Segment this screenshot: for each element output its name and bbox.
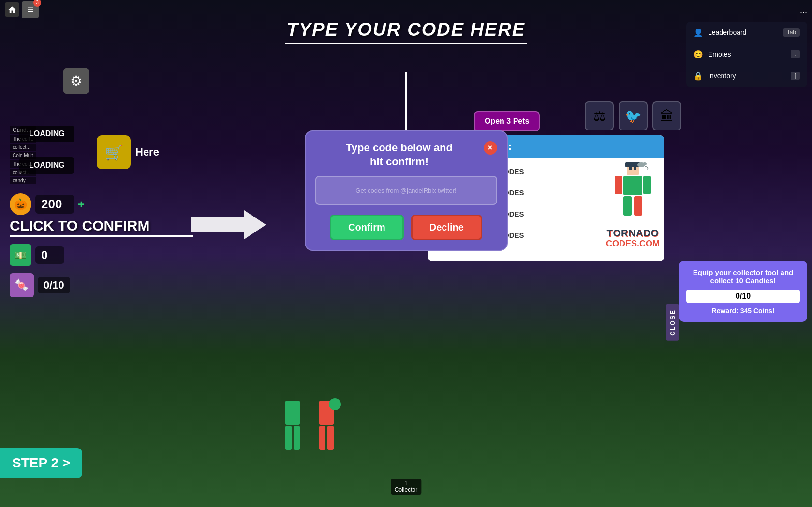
emotes-icon: 😊 <box>694 49 703 59</box>
code-dialog: Type code below and hit confirm! × Get c… <box>305 130 508 251</box>
candy-icon: 🍬 <box>10 273 34 297</box>
emotes-button[interactable]: 😊 Emotes . <box>686 43 807 65</box>
codes-text: CODES.COM <box>606 239 660 249</box>
confirm-button[interactable]: Confirm <box>330 215 404 240</box>
svg-rect-4 <box>615 176 622 194</box>
tornado-text: TORNADO <box>606 228 660 239</box>
svg-rect-17 <box>327 426 334 450</box>
step-2-button[interactable]: STEP 2 > <box>0 448 82 478</box>
more-options-button[interactable]: ... <box>800 5 807 15</box>
decline-button[interactable]: Decline <box>411 215 482 240</box>
code-input-placeholder: Get codes from @jandelRblx twitter! <box>355 187 456 194</box>
code-input-box[interactable]: Get codes from @jandelRblx twitter! <box>315 176 497 205</box>
code-panel: TYPE YOUR CODE HERE <box>285 19 527 44</box>
coin-amount: 200 <box>35 195 74 214</box>
dialog-buttons: Confirm Decline <box>315 215 497 240</box>
quest-description: Equip your collector tool and collect 10… <box>686 268 800 285</box>
dialog-header: Type code below and hit confirm! × <box>315 141 497 169</box>
dialog-title: Type code below and hit confirm! <box>315 141 484 169</box>
loading-bar-2[interactable]: LOADING <box>19 157 74 174</box>
top-bar: 3 ... <box>0 0 812 19</box>
code-underline <box>285 43 527 44</box>
cash-display: 💵 0 <box>10 244 193 266</box>
add-coins-button[interactable]: + <box>78 198 85 211</box>
candy-label6: candy <box>10 177 36 184</box>
cash-icon: 💵 <box>10 244 31 266</box>
leaderboard-icon: 👤 <box>694 28 703 37</box>
loading-bar-1[interactable]: LOADING <box>19 126 74 142</box>
roblox-home-icon[interactable] <box>5 2 19 17</box>
quest-progress: 0/10 <box>686 290 800 303</box>
svg-rect-14 <box>294 426 300 450</box>
svg-rect-3 <box>623 176 642 195</box>
code-title: TYPE YOUR CODE HERE <box>287 19 525 40</box>
right-panel: 👤 Leaderboard Tab 😊 Emotes . 🔒 Inventory… <box>686 22 807 87</box>
svg-rect-12 <box>285 401 300 425</box>
svg-rect-8 <box>629 167 632 170</box>
candy-amount: 0/10 <box>38 277 70 293</box>
svg-rect-16 <box>319 426 325 450</box>
svg-rect-6 <box>623 196 632 216</box>
svg-marker-0 <box>191 210 266 239</box>
character-green <box>281 401 305 459</box>
click-to-confirm-text: CLICK TO CONFIRM <box>10 217 193 234</box>
quest-panel: Equip your collector tool and collect 10… <box>679 261 807 322</box>
close-dialog-button[interactable]: × <box>484 141 497 155</box>
tornado-logo: TORNADO CODES.COM <box>604 225 662 251</box>
here-label: Here <box>135 146 159 159</box>
coin-display: 🎃 200 + <box>10 193 193 215</box>
svg-rect-9 <box>634 167 636 170</box>
shop-area: ⚙ <box>63 68 89 97</box>
open-pets-button[interactable]: Open 3 Pets <box>474 111 540 131</box>
notification-badge: 3 <box>33 0 41 7</box>
big-arrow-right <box>191 208 268 244</box>
inventory-icon: 🔒 <box>694 71 703 81</box>
top-left-icons: 3 <box>5 1 39 18</box>
vertical-line <box>405 72 407 135</box>
settings-button[interactable]: ⚙ <box>63 68 89 94</box>
leaderboard-button[interactable]: 👤 Leaderboard Tab <box>686 22 807 43</box>
quest-reward: Reward: 345 Coins! <box>686 307 800 315</box>
cash-amount: 0 <box>35 246 64 264</box>
currency-display: 🎃 200 + CLICK TO CONFIRM 💵 0 🍬 0/10 <box>10 193 193 297</box>
leaderboard-key: Tab <box>783 28 800 37</box>
confirm-underline <box>10 235 193 237</box>
emotes-key: . <box>791 50 800 58</box>
twitter-icon[interactable]: 🐦 <box>619 101 648 130</box>
coin-icon: 🎃 <box>10 193 31 215</box>
close-side-button[interactable]: CLOSE <box>666 304 679 341</box>
svg-rect-7 <box>634 196 642 216</box>
character-figure <box>615 162 651 225</box>
shop-button[interactable]: 🛒 <box>97 135 131 169</box>
svg-rect-5 <box>643 176 651 194</box>
action-icons: ⚖ 🐦 🏛 <box>585 101 681 130</box>
collector-number: 1 <box>395 481 417 486</box>
collector-label: 1 Collector <box>391 479 421 495</box>
svg-rect-13 <box>285 426 292 450</box>
game-characters <box>281 401 339 459</box>
trade-icon[interactable]: 🏛 <box>652 101 681 130</box>
inventory-key: [ <box>791 72 800 80</box>
balance-icon[interactable]: ⚖ <box>585 101 614 130</box>
svg-point-11 <box>643 162 647 165</box>
candy-display: 🍬 0/10 <box>10 273 193 297</box>
inventory-button[interactable]: 🔒 Inventory [ <box>686 65 807 87</box>
collector-text: Collector <box>395 486 417 493</box>
notifications-icon[interactable]: 3 <box>22 1 39 18</box>
